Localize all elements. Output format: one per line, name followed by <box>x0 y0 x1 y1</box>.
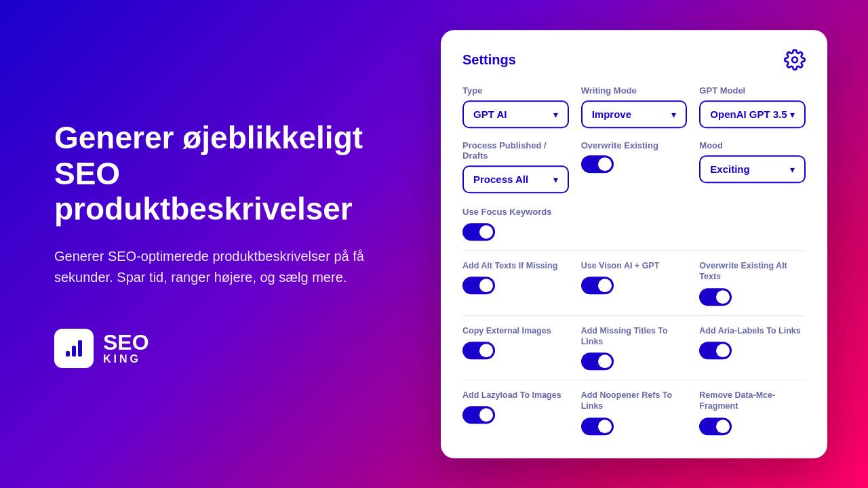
writing-mode-label: Writing Mode <box>581 85 688 96</box>
lazyload-label: Add Lazyload To Images <box>462 390 569 401</box>
process-select[interactable]: Process All ▾ <box>462 165 569 193</box>
main-heading: Generer øjeblikkeligt SEO produktbeskriv… <box>54 120 366 228</box>
noopener-label: Add Noopener Refs To Links <box>581 390 688 412</box>
field-vison: Use Vison AI + GPT <box>581 260 688 306</box>
field-type: Type GPT AI ▾ <box>462 85 569 128</box>
field-overwrite-alt: Overwrite Existing Alt Texts <box>699 260 806 306</box>
chevron-down-icon: ▾ <box>671 109 676 120</box>
gpt-model-value: OpenAI GPT 3.5 <box>710 108 787 120</box>
overwrite-alt-label: Overwrite Existing Alt Texts <box>699 260 806 283</box>
missing-titles-label: Add Missing Titles To Links <box>581 325 688 348</box>
writing-mode-select[interactable]: Improve ▾ <box>581 100 688 128</box>
logo-svg <box>62 336 86 361</box>
gear-icon[interactable] <box>784 49 806 70</box>
overwrite-toggle[interactable] <box>581 155 614 173</box>
chevron-down-icon: ▾ <box>553 109 558 120</box>
copy-images-label: Copy External Images <box>462 325 569 336</box>
field-mood: Mood Exciting ▾ <box>699 140 806 193</box>
field-lazyload: Add Lazyload To Images <box>462 390 569 435</box>
row-copy-titles-aria: Copy External Images Add Missing Titles … <box>462 325 806 371</box>
sub-text: Generer SEO-optimerede produktbeskrivels… <box>54 246 366 288</box>
field-copy-images: Copy External Images <box>462 325 569 371</box>
field-noopener: Add Noopener Refs To Links <box>581 390 688 435</box>
chevron-down-icon: ▾ <box>790 109 795 120</box>
logo-text: SEO KING <box>103 331 149 365</box>
process-value: Process All <box>473 174 528 185</box>
svg-rect-2 <box>72 346 76 357</box>
row-type-writing-gpt: Type GPT AI ▾ Writing Mode Improve ▾ GPT… <box>462 85 806 128</box>
field-missing-titles: Add Missing Titles To Links <box>581 325 688 371</box>
mood-label: Mood <box>699 140 806 150</box>
copy-images-toggle[interactable] <box>462 342 495 359</box>
gpt-model-label: GPT Model <box>699 85 806 96</box>
alt-texts-toggle[interactable] <box>462 277 495 295</box>
aria-labels-label: Add Aria-Labels To Links <box>699 325 806 336</box>
divider-1 <box>462 250 806 251</box>
data-mce-toggle[interactable] <box>699 418 732 435</box>
data-mce-label: Remove Data-Mce-Fragment <box>699 390 806 412</box>
type-label: Type <box>462 85 569 96</box>
noopener-toggle[interactable] <box>581 418 614 435</box>
row-process-overwrite-mood: Process Published / Drafts Process All ▾… <box>462 140 806 193</box>
missing-titles-toggle[interactable] <box>581 352 614 370</box>
settings-title: Settings <box>462 52 516 68</box>
field-alt-texts: Add Alt Texts If Missing <box>462 260 569 306</box>
aria-labels-toggle[interactable] <box>699 342 732 359</box>
field-writing-mode: Writing Mode Improve ▾ <box>581 85 688 128</box>
type-select[interactable]: GPT AI ▾ <box>462 100 569 128</box>
row-lazyload-noopener-data: Add Lazyload To Images Add Noopener Refs… <box>462 390 806 435</box>
mood-value: Exciting <box>710 163 749 175</box>
focus-keywords-label: Use Focus Keywords <box>462 207 552 217</box>
alt-texts-label: Add Alt Texts If Missing <box>462 260 569 271</box>
mood-select[interactable]: Exciting ▾ <box>699 155 806 183</box>
field-data-mce: Remove Data-Mce-Fragment <box>699 390 806 435</box>
overwrite-label: Overwrite Existing <box>581 140 688 150</box>
logo-king: KING <box>103 353 149 365</box>
chevron-down-icon: ▾ <box>790 164 795 175</box>
field-aria-labels: Add Aria-Labels To Links <box>699 325 806 371</box>
field-overwrite: Overwrite Existing <box>581 140 688 193</box>
settings-panel: Settings Type GPT AI ▾ Writing Mode Impr… <box>441 30 827 458</box>
vison-label: Use Vison AI + GPT <box>581 260 688 271</box>
svg-rect-3 <box>78 340 82 357</box>
gpt-model-select[interactable]: OpenAI GPT 3.5 ▾ <box>699 100 806 128</box>
svg-rect-1 <box>66 351 70 357</box>
overwrite-alt-toggle[interactable] <box>699 288 732 306</box>
vison-toggle[interactable] <box>581 277 614 295</box>
left-panel: Generer øjeblikkeligt SEO produktbeskriv… <box>0 79 407 409</box>
logo-icon <box>54 329 94 368</box>
focus-keywords-section: Use Focus Keywords <box>462 205 806 241</box>
field-gpt-model: GPT Model OpenAI GPT 3.5 ▾ <box>699 85 806 128</box>
settings-header: Settings <box>462 49 806 70</box>
lazyload-toggle[interactable] <box>462 407 495 424</box>
logo-seo: SEO <box>103 331 149 353</box>
field-process: Process Published / Drafts Process All ▾ <box>462 140 569 193</box>
type-value: GPT AI <box>473 108 507 120</box>
logo-area: SEO KING <box>54 329 366 368</box>
process-label: Process Published / Drafts <box>462 140 569 161</box>
divider-2 <box>462 315 806 316</box>
chevron-down-icon: ▾ <box>553 174 558 185</box>
svg-point-4 <box>792 57 797 62</box>
divider-3 <box>462 380 806 380</box>
row-alt-vison-overwrite: Add Alt Texts If Missing Use Vison AI + … <box>462 260 806 306</box>
writing-mode-value: Improve <box>592 108 631 120</box>
focus-keywords-toggle[interactable] <box>462 223 495 241</box>
